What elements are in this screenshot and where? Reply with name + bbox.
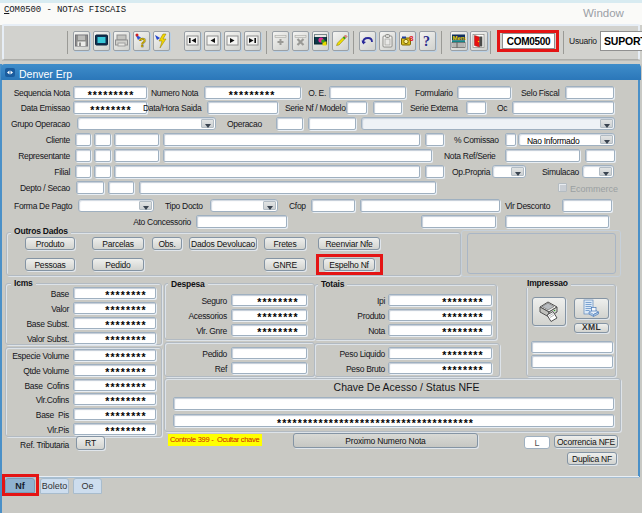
svg-text:Menu: Menu: [453, 35, 467, 41]
svg-text:?: ?: [423, 34, 430, 49]
svg-text:8: 8: [409, 34, 414, 43]
svg-text:?: ?: [139, 36, 146, 50]
